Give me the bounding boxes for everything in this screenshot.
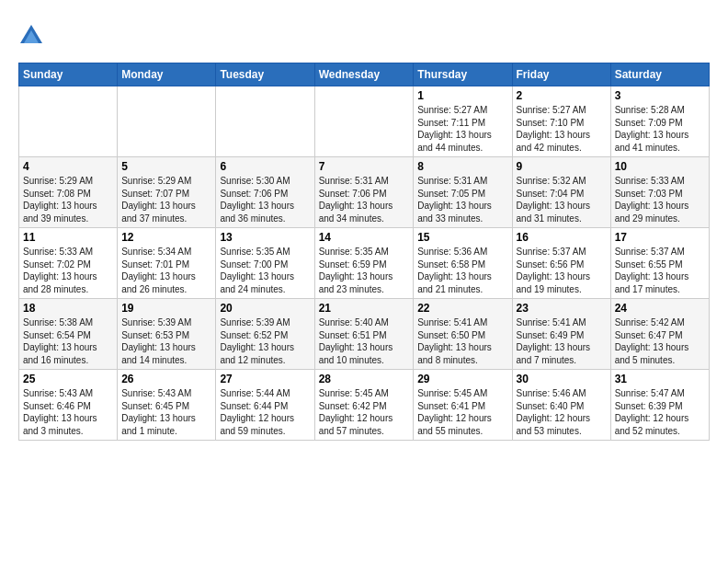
weekday-header-monday: Monday <box>118 63 216 86</box>
day-number: 11 <box>23 231 113 244</box>
day-cell: 30Sunrise: 5:46 AM Sunset: 6:40 PM Dayli… <box>512 370 610 441</box>
day-cell: 19Sunrise: 5:39 AM Sunset: 6:53 PM Dayli… <box>118 299 216 370</box>
day-info: Sunrise: 5:43 AM Sunset: 6:45 PM Dayligh… <box>121 387 211 437</box>
day-cell: 5Sunrise: 5:29 AM Sunset: 7:07 PM Daylig… <box>118 157 216 228</box>
day-cell: 16Sunrise: 5:37 AM Sunset: 6:56 PM Dayli… <box>512 228 610 299</box>
day-cell: 23Sunrise: 5:41 AM Sunset: 6:49 PM Dayli… <box>512 299 610 370</box>
day-cell: 14Sunrise: 5:35 AM Sunset: 6:59 PM Dayli… <box>314 228 414 299</box>
week-row-0: 1Sunrise: 5:27 AM Sunset: 7:11 PM Daylig… <box>19 86 710 157</box>
header <box>18 18 710 49</box>
weekday-header-wednesday: Wednesday <box>314 63 414 86</box>
day-info: Sunrise: 5:33 AM Sunset: 7:03 PM Dayligh… <box>615 175 705 224</box>
day-cell: 28Sunrise: 5:45 AM Sunset: 6:42 PM Dayli… <box>314 370 414 441</box>
day-number: 25 <box>23 373 113 385</box>
day-number: 8 <box>417 160 507 173</box>
day-cell: 3Sunrise: 5:28 AM Sunset: 7:09 PM Daylig… <box>610 86 709 157</box>
weekday-header-tuesday: Tuesday <box>216 63 314 86</box>
day-info: Sunrise: 5:35 AM Sunset: 6:59 PM Dayligh… <box>319 246 410 295</box>
day-cell <box>19 86 118 157</box>
day-number: 26 <box>121 373 211 385</box>
day-number: 5 <box>121 160 211 173</box>
day-number: 3 <box>615 89 705 102</box>
day-cell: 18Sunrise: 5:38 AM Sunset: 6:54 PM Dayli… <box>19 299 118 370</box>
day-info: Sunrise: 5:39 AM Sunset: 6:52 PM Dayligh… <box>220 316 310 366</box>
day-info: Sunrise: 5:30 AM Sunset: 7:06 PM Dayligh… <box>220 175 310 224</box>
day-number: 23 <box>517 302 607 315</box>
day-number: 13 <box>220 231 310 244</box>
day-info: Sunrise: 5:46 AM Sunset: 6:40 PM Dayligh… <box>517 387 607 437</box>
day-info: Sunrise: 5:43 AM Sunset: 6:46 PM Dayligh… <box>23 387 113 437</box>
weekday-header-saturday: Saturday <box>610 63 709 86</box>
day-number: 15 <box>417 231 507 244</box>
day-number: 16 <box>517 231 607 244</box>
day-cell: 29Sunrise: 5:45 AM Sunset: 6:41 PM Dayli… <box>414 370 512 441</box>
calendar-table: SundayMondayTuesdayWednesdayThursdayFrid… <box>18 63 710 441</box>
day-info: Sunrise: 5:33 AM Sunset: 7:02 PM Dayligh… <box>23 246 113 295</box>
day-cell: 1Sunrise: 5:27 AM Sunset: 7:11 PM Daylig… <box>414 86 512 157</box>
day-info: Sunrise: 5:29 AM Sunset: 7:08 PM Dayligh… <box>23 175 113 224</box>
day-info: Sunrise: 5:37 AM Sunset: 6:55 PM Dayligh… <box>615 246 705 295</box>
day-info: Sunrise: 5:28 AM Sunset: 7:09 PM Dayligh… <box>615 104 705 154</box>
day-info: Sunrise: 5:44 AM Sunset: 6:44 PM Dayligh… <box>220 387 310 437</box>
weekday-header-thursday: Thursday <box>414 63 512 86</box>
day-cell: 11Sunrise: 5:33 AM Sunset: 7:02 PM Dayli… <box>19 228 118 299</box>
day-cell: 10Sunrise: 5:33 AM Sunset: 7:03 PM Dayli… <box>610 157 709 228</box>
day-number: 18 <box>23 302 113 315</box>
day-cell: 9Sunrise: 5:32 AM Sunset: 7:04 PM Daylig… <box>512 157 610 228</box>
day-cell: 15Sunrise: 5:36 AM Sunset: 6:58 PM Dayli… <box>414 228 512 299</box>
day-number: 14 <box>319 231 410 244</box>
day-info: Sunrise: 5:35 AM Sunset: 7:00 PM Dayligh… <box>220 246 310 295</box>
day-number: 17 <box>615 231 705 244</box>
day-cell: 22Sunrise: 5:41 AM Sunset: 6:50 PM Dayli… <box>414 299 512 370</box>
day-number: 4 <box>23 160 113 173</box>
day-info: Sunrise: 5:29 AM Sunset: 7:07 PM Dayligh… <box>121 175 211 224</box>
day-number: 30 <box>517 373 607 385</box>
day-info: Sunrise: 5:45 AM Sunset: 6:41 PM Dayligh… <box>417 387 507 437</box>
day-info: Sunrise: 5:41 AM Sunset: 6:50 PM Dayligh… <box>417 316 507 366</box>
weekday-header-row: SundayMondayTuesdayWednesdayThursdayFrid… <box>19 63 710 86</box>
day-number: 29 <box>417 373 507 385</box>
day-cell: 2Sunrise: 5:27 AM Sunset: 7:10 PM Daylig… <box>512 86 610 157</box>
day-info: Sunrise: 5:38 AM Sunset: 6:54 PM Dayligh… <box>23 316 113 366</box>
logo-icon <box>18 23 44 49</box>
day-number: 19 <box>121 302 211 315</box>
day-number: 1 <box>417 89 507 102</box>
day-number: 6 <box>220 160 310 173</box>
day-number: 27 <box>220 373 310 385</box>
day-cell: 6Sunrise: 5:30 AM Sunset: 7:06 PM Daylig… <box>216 157 314 228</box>
day-info: Sunrise: 5:27 AM Sunset: 7:10 PM Dayligh… <box>517 104 607 154</box>
day-info: Sunrise: 5:32 AM Sunset: 7:04 PM Dayligh… <box>517 175 607 224</box>
week-row-1: 4Sunrise: 5:29 AM Sunset: 7:08 PM Daylig… <box>19 157 710 228</box>
day-cell: 13Sunrise: 5:35 AM Sunset: 7:00 PM Dayli… <box>216 228 314 299</box>
calendar-header: SundayMondayTuesdayWednesdayThursdayFrid… <box>19 63 710 86</box>
weekday-header-sunday: Sunday <box>19 63 118 86</box>
day-cell: 24Sunrise: 5:42 AM Sunset: 6:47 PM Dayli… <box>610 299 709 370</box>
day-cell <box>118 86 216 157</box>
day-cell: 20Sunrise: 5:39 AM Sunset: 6:52 PM Dayli… <box>216 299 314 370</box>
day-number: 28 <box>319 373 410 385</box>
day-cell: 8Sunrise: 5:31 AM Sunset: 7:05 PM Daylig… <box>414 157 512 228</box>
weekday-header-friday: Friday <box>512 63 610 86</box>
day-cell: 31Sunrise: 5:47 AM Sunset: 6:39 PM Dayli… <box>610 370 709 441</box>
day-cell: 4Sunrise: 5:29 AM Sunset: 7:08 PM Daylig… <box>19 157 118 228</box>
day-info: Sunrise: 5:41 AM Sunset: 6:49 PM Dayligh… <box>517 316 607 366</box>
day-cell: 25Sunrise: 5:43 AM Sunset: 6:46 PM Dayli… <box>19 370 118 441</box>
day-info: Sunrise: 5:31 AM Sunset: 7:06 PM Dayligh… <box>319 175 410 224</box>
day-number: 22 <box>417 302 507 315</box>
day-cell: 21Sunrise: 5:40 AM Sunset: 6:51 PM Dayli… <box>314 299 414 370</box>
day-number: 20 <box>220 302 310 315</box>
week-row-3: 18Sunrise: 5:38 AM Sunset: 6:54 PM Dayli… <box>19 299 710 370</box>
day-info: Sunrise: 5:34 AM Sunset: 7:01 PM Dayligh… <box>121 246 211 295</box>
week-row-2: 11Sunrise: 5:33 AM Sunset: 7:02 PM Dayli… <box>19 228 710 299</box>
day-info: Sunrise: 5:40 AM Sunset: 6:51 PM Dayligh… <box>319 316 410 366</box>
day-info: Sunrise: 5:47 AM Sunset: 6:39 PM Dayligh… <box>615 387 705 437</box>
day-info: Sunrise: 5:42 AM Sunset: 6:47 PM Dayligh… <box>615 316 705 366</box>
day-info: Sunrise: 5:36 AM Sunset: 6:58 PM Dayligh… <box>417 246 507 295</box>
day-info: Sunrise: 5:27 AM Sunset: 7:11 PM Dayligh… <box>417 104 507 154</box>
day-cell: 17Sunrise: 5:37 AM Sunset: 6:55 PM Dayli… <box>610 228 709 299</box>
day-number: 21 <box>319 302 410 315</box>
day-cell: 27Sunrise: 5:44 AM Sunset: 6:44 PM Dayli… <box>216 370 314 441</box>
day-cell: 7Sunrise: 5:31 AM Sunset: 7:06 PM Daylig… <box>314 157 414 228</box>
day-info: Sunrise: 5:39 AM Sunset: 6:53 PM Dayligh… <box>121 316 211 366</box>
day-number: 9 <box>517 160 607 173</box>
